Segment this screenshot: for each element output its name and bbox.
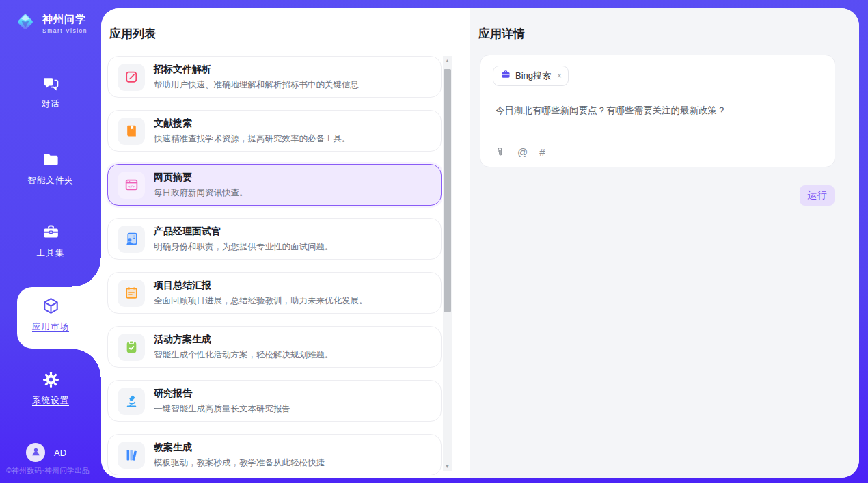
- tool-chip-label: Bing搜索: [515, 70, 551, 82]
- chip-close-icon[interactable]: ×: [557, 71, 562, 81]
- at-icon[interactable]: @: [517, 146, 528, 158]
- brand-name: 神州问学: [42, 13, 87, 26]
- hash-icon[interactable]: #: [539, 146, 545, 158]
- app-card-description: 一键智能生成高质量长文本研究报告: [154, 403, 290, 415]
- app-card-title: 文献搜索: [154, 118, 351, 130]
- app-card-title: 活动方案生成: [154, 334, 334, 346]
- app-detail-pane: 应用详情 Bing搜索 × 今日湖北有哪些新闻要点？有哪些需要关注的最新政策？ …: [470, 8, 859, 478]
- pen-square-icon: [118, 64, 145, 91]
- scroll-up-button[interactable]: ▲: [443, 56, 452, 65]
- app-card-title: 网页摘要: [154, 172, 248, 184]
- sidebar: 神州问学 Smart Vision 对话 智能文件夹 工具集 应用市场 系统设置…: [0, 0, 101, 483]
- browser-code-icon: </>: [118, 172, 145, 199]
- app-card-title: 项目总结汇报: [154, 280, 368, 292]
- app-card-description: 全面回顾项目进展，总结经验教训，助力未来优化发展。: [154, 295, 368, 307]
- sidebar-item-chat[interactable]: 对话: [0, 74, 101, 110]
- app-detail-title: 应用详情: [478, 26, 525, 42]
- app-list: 招标文件解析 帮助用户快速、准确地理解和解析招标书中的关键信息 文献搜索 快速精…: [107, 56, 442, 475]
- app-card-description: 每日政府新闻资讯快查。: [154, 187, 248, 199]
- app-card-description: 快速精准查找学术资源，提高研究效率的必备工具。: [154, 133, 351, 145]
- book-icon: [118, 118, 145, 145]
- calendar-note-icon: [118, 280, 145, 307]
- app-card-title: 教案生成: [154, 442, 325, 454]
- brand-subtitle: Smart Vision: [42, 27, 87, 34]
- app-card-description: 智能生成个性化活动方案，轻松解决规划难题。: [154, 349, 334, 361]
- app-card[interactable]: 研究报告 一键智能生成高质量长文本研究报告: [107, 380, 442, 422]
- input-toolbar: @#: [494, 146, 545, 158]
- user-account[interactable]: AD: [26, 443, 66, 462]
- microscope-icon: [118, 388, 145, 415]
- briefcase-icon: [501, 70, 511, 82]
- paperclip-icon[interactable]: [494, 146, 506, 158]
- interview-icon: [118, 226, 145, 253]
- active-nav-highlight-curve-top: [72, 258, 101, 287]
- avatar[interactable]: [26, 443, 45, 462]
- books-icon: [118, 442, 145, 469]
- app-card-title: 招标文件解析: [154, 64, 359, 76]
- sidebar-item-gear[interactable]: 系统设置: [0, 370, 101, 407]
- brand-diamond-icon: [14, 10, 37, 36]
- sidebar-item-folder[interactable]: 智能文件夹: [0, 150, 101, 187]
- app-card[interactable]: 招标文件解析 帮助用户快速、准确地理解和解析招标书中的关键信息: [107, 56, 442, 98]
- gear-icon: [42, 370, 60, 389]
- app-list-scrollbar[interactable]: ▲ ▼: [443, 56, 452, 471]
- main-content: 应用列表 招标文件解析 帮助用户快速、准确地理解和解析招标书中的关键信息 文献搜…: [101, 8, 859, 478]
- app-card[interactable]: 教案生成 模板驱动，教案秒成，教学准备从此轻松快捷: [107, 434, 442, 475]
- prompt-text[interactable]: 今日湖北有哪些新闻要点？有哪些需要关注的最新政策？: [496, 104, 819, 118]
- person-icon: [30, 446, 42, 460]
- app-card[interactable]: 项目总结汇报 全面回顾项目进展，总结经验教训，助力未来优化发展。: [107, 272, 442, 314]
- app-card-description: 明确身份和职责，为您提供专业性的面试问题。: [154, 241, 334, 253]
- folder-icon: [42, 150, 60, 169]
- user-name: AD: [54, 448, 66, 458]
- svg-text:</>: </>: [128, 185, 135, 189]
- app-frame: 神州问学 Smart Vision 对话 智能文件夹 工具集 应用市场 系统设置…: [0, 0, 868, 483]
- app-card[interactable]: </> 网页摘要 每日政府新闻资讯快查。: [107, 164, 442, 206]
- prompt-input-card[interactable]: Bing搜索 × 今日湖北有哪些新闻要点？有哪些需要关注的最新政策？ @#: [480, 55, 835, 167]
- run-button[interactable]: 运行: [800, 185, 835, 206]
- sidebar-item-toolbox[interactable]: 工具集: [0, 223, 101, 259]
- cube-icon: [42, 297, 60, 315]
- app-card-description: 帮助用户快速、准确地理解和解析招标书中的关键信息: [154, 79, 359, 91]
- scrollbar-thumb[interactable]: [444, 69, 451, 312]
- app-card-title: 研究报告: [154, 388, 290, 400]
- sidebar-item-cube[interactable]: 应用市场: [0, 297, 101, 333]
- app-card[interactable]: 活动方案生成 智能生成个性化活动方案，轻松解决规划难题。: [107, 326, 442, 368]
- app-list-pane: 应用列表 招标文件解析 帮助用户快速、准确地理解和解析招标书中的关键信息 文献搜…: [101, 8, 470, 478]
- toolbox-icon: [42, 223, 60, 241]
- tool-chip-bing-search[interactable]: Bing搜索 ×: [493, 66, 569, 86]
- app-card-description: 模板驱动，教案秒成，教学准备从此轻松快捷: [154, 457, 325, 469]
- scroll-down-button[interactable]: ▼: [443, 462, 452, 471]
- sidebar-footer: ©神州数码·神州问学出品: [6, 466, 90, 476]
- app-card-title: 产品经理面试官: [154, 226, 334, 238]
- app-card[interactable]: 文献搜索 快速精准查找学术资源，提高研究效率的必备工具。: [107, 110, 442, 152]
- brand-logo: 神州问学 Smart Vision: [14, 10, 87, 36]
- clipboard-check-icon: [118, 334, 145, 361]
- chat-icon: [42, 74, 60, 92]
- app-card[interactable]: 产品经理面试官 明确身份和职责，为您提供专业性的面试问题。: [107, 218, 442, 260]
- app-list-title: 应用列表: [109, 26, 156, 42]
